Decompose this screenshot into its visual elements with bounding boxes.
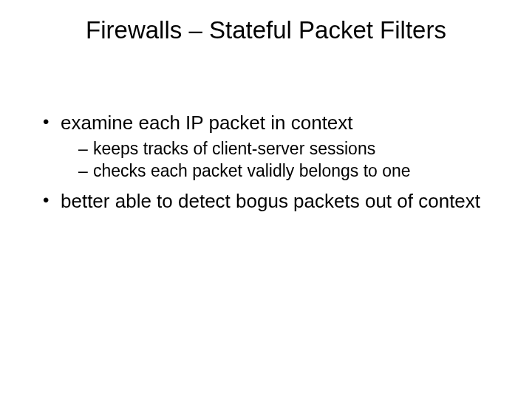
bullet-item: examine each IP packet in context keeps …: [43, 111, 502, 182]
sub-bullet-item: checks each packet validly belongs to on…: [78, 160, 502, 182]
slide: Firewalls – Stateful Packet Filters exam…: [0, 0, 532, 399]
sub-bullet-item: keeps tracks of client-server sessions: [78, 138, 502, 160]
sub-bullet-list: keeps tracks of client-server sessions c…: [61, 138, 502, 183]
slide-body: examine each IP packet in context keeps …: [43, 111, 502, 221]
slide-title: Firewalls – Stateful Packet Filters: [0, 16, 532, 44]
bullet-text: examine each IP packet in context: [61, 112, 353, 134]
bullet-text: better able to detect bogus packets out …: [61, 190, 480, 212]
bullet-item: better able to detect bogus packets out …: [43, 189, 502, 214]
bullet-list: examine each IP packet in context keeps …: [43, 111, 502, 214]
